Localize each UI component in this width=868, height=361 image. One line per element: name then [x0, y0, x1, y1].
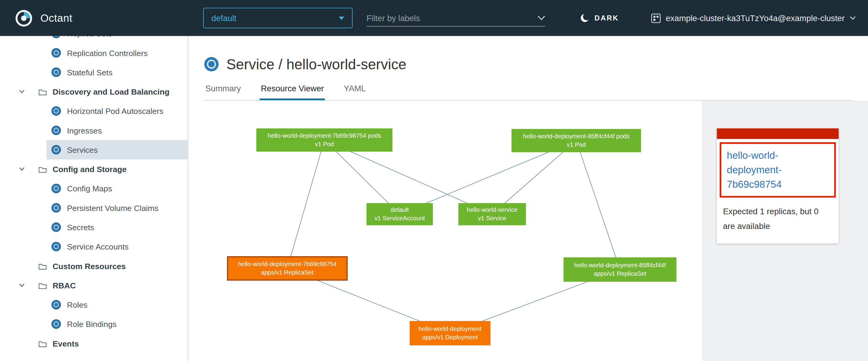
resource-icon	[52, 36, 61, 38]
context-name: example-cluster-ka3TuTzYo4a@example-clus…	[666, 13, 845, 23]
context-switcher[interactable]: example-cluster-ka3TuTzYo4a@example-clus…	[651, 0, 856, 36]
sidebar-item-label: Service Accounts	[67, 242, 128, 251]
tab-summary[interactable]: Summary	[204, 80, 242, 100]
folder-icon	[38, 165, 47, 173]
graph-node-hello-world-deployment-apps-v1-deployment[interactable]: hello-world-deploymentapps/v1 Deployment	[410, 321, 490, 345]
resource-icon	[52, 48, 61, 58]
tab-resource-viewer[interactable]: Resource Viewer	[260, 80, 325, 100]
caret-down-icon	[339, 16, 344, 20]
sidebar-item-replica-sets[interactable]: Replica Sets	[0, 36, 188, 43]
node-title: hello-world-deployment-7b69c98754 pods	[268, 132, 381, 140]
sidebar-item-label: Replication Controllers	[67, 48, 148, 57]
graph-edge	[576, 141, 620, 270]
sidebar-item-services[interactable]: Services	[0, 140, 188, 159]
main-header: Service / hello-world-service SummaryRes…	[189, 36, 868, 101]
resource-icon	[52, 106, 61, 116]
sidebar-item-label: Secrets	[67, 223, 94, 231]
node-title: hello-world-deployment-7b69c98754	[238, 260, 337, 268]
sidebar-item-label: Replica Sets	[67, 36, 112, 38]
node-subtitle: apps/v1 ReplicaSet	[594, 269, 646, 277]
chevron-down-icon[interactable]	[19, 166, 25, 172]
sidebar-item-stateful-sets[interactable]: Stateful Sets	[0, 63, 188, 82]
folder-icon	[38, 88, 47, 96]
page-title: Service / hello-world-service	[226, 56, 406, 73]
theme-toggle-label: DARK	[595, 14, 619, 22]
main-body: hello-world-deployment-7b69c98754 podsv1…	[189, 101, 868, 361]
sidebar-item-service-accounts[interactable]: Service Accounts	[0, 237, 188, 256]
resource-icon	[52, 67, 61, 77]
sidebar-item-label: Config Maps	[67, 184, 112, 193]
node-title: hello-world-deployment-85ff4cf44f pods	[523, 132, 629, 140]
graph-node-hello-world-deployment-85ff4cf44f-pods-v1-pod[interactable]: hello-world-deployment-85ff4cf44f podsv1…	[512, 129, 641, 152]
sidebar-item-label: Events	[53, 339, 79, 348]
app-name: Octant	[40, 12, 72, 24]
namespace-dropdown[interactable]: default	[203, 8, 352, 28]
app-logo-area[interactable]: Octant	[16, 0, 72, 36]
graph-node-hello-world-deployment-7b69c98754-apps-v1-replicaset[interactable]: hello-world-deployment-7b69c98754apps/v1…	[227, 256, 347, 281]
node-subtitle: apps/v1 Deployment	[422, 333, 478, 341]
sidebar: Replica SetsReplication ControllersState…	[0, 36, 188, 361]
folder-icon	[38, 262, 47, 270]
resource-icon	[52, 300, 61, 309]
sidebar-item-replication-controllers[interactable]: Replication Controllers	[0, 43, 188, 62]
resource-link-box[interactable]: hello-world-deployment-7b69c98754	[720, 142, 836, 198]
graph-node-hello-world-deployment-85ff4cf44f-apps-v1-replicaset[interactable]: hello-world-deployment-85ff4cf44fapps/v1…	[564, 257, 677, 282]
chevron-down-icon[interactable]	[19, 89, 25, 95]
sidebar-item-persistent-volume-claims[interactable]: Persistent Volume Claims	[0, 198, 188, 218]
sidebar-item-label: Ingresses	[67, 126, 101, 135]
chevron-down-icon[interactable]	[19, 282, 25, 288]
title-row: Service / hello-world-service	[204, 57, 852, 71]
node-title: default	[391, 206, 409, 214]
sidebar-item-label: Services	[67, 145, 98, 154]
sidebar-item-label: Custom Resources	[53, 262, 126, 270]
chevron-down-icon[interactable]	[537, 15, 545, 21]
sidebar-item-label: Horizontal Pod Autoscalers	[67, 107, 163, 116]
label-filter	[367, 9, 545, 27]
sidebar-item-custom-resources[interactable]: Custom Resources	[0, 256, 188, 275]
resource-graph: hello-world-deployment-7b69c98754 podsv1…	[189, 101, 702, 361]
resource-icon	[52, 320, 61, 329]
sidebar-item-config-and-storage[interactable]: Config and Storage	[0, 159, 188, 179]
chevron-down-icon	[849, 16, 856, 20]
sidebar-item-secrets[interactable]: Secrets	[0, 218, 188, 237]
tab-yaml[interactable]: YAML	[343, 80, 367, 100]
sidebar-item-label: Role Bindings	[67, 320, 116, 328]
graph-edge	[287, 140, 324, 268]
service-icon	[204, 57, 219, 71]
main-content: Service / hello-world-service SummaryRes…	[189, 36, 868, 361]
label-filter-input[interactable]	[367, 13, 538, 22]
folder-icon	[38, 339, 47, 348]
node-subtitle: apps/v1 ReplicaSet	[261, 268, 313, 276]
node-title: hello-world-deployment	[418, 325, 482, 333]
sidebar-item-events[interactable]: Events	[0, 334, 188, 353]
status-message: Expected 1 replicas, but 0 are available	[723, 204, 833, 233]
cluster-icon	[651, 13, 661, 23]
resource-icon	[52, 145, 61, 154]
graph-node-hello-world-deployment-7b69c98754-pods-v1-pod[interactable]: hello-world-deployment-7b69c98754 podsv1…	[256, 128, 393, 152]
folder-icon	[38, 282, 47, 289]
node-subtitle: v1 ServiceAccount	[374, 214, 425, 222]
graph-node-default-v1-serviceaccount[interactable]: defaultv1 ServiceAccount	[367, 203, 433, 225]
sidebar-item-config-maps[interactable]: Config Maps	[0, 179, 188, 198]
resource-link[interactable]: hello-world-deployment-7b69c98754	[727, 150, 782, 190]
resource-icon	[52, 184, 61, 193]
detail-panel: hello-world-deployment-7b69c98754 Expect…	[702, 101, 868, 361]
sidebar-item-role-bindings[interactable]: Role Bindings	[0, 314, 188, 334]
resource-icon	[52, 203, 61, 212]
sidebar-item-ingresses[interactable]: Ingresses	[0, 121, 188, 140]
sidebar-item-label: Persistent Volume Claims	[67, 203, 158, 212]
sidebar-item-rbac[interactable]: RBAC	[0, 276, 188, 295]
namespace-dropdown-value: default	[212, 13, 237, 23]
node-subtitle: v1 Pod	[315, 140, 334, 148]
graph-node-hello-world-service-v1-service[interactable]: hello-world-servicev1 Service	[458, 203, 526, 225]
top-header: Octant default DARK	[0, 0, 868, 36]
sidebar-item-label: Config and Storage	[53, 165, 127, 173]
resource-icon	[52, 126, 61, 135]
status-card-error-bar	[717, 128, 839, 139]
sidebar-item-discovery-and-load-balancing[interactable]: Discovery and Load Balancing	[0, 82, 188, 101]
theme-toggle[interactable]: DARK	[580, 0, 619, 36]
sidebar-item-roles[interactable]: Roles	[0, 295, 188, 314]
status-card-body: hello-world-deployment-7b69c98754 Expect…	[717, 139, 839, 243]
sidebar-item-horizontal-pod-autoscalers[interactable]: Horizontal Pod Autoscalers	[0, 101, 188, 121]
node-title: hello-world-service	[467, 206, 518, 214]
